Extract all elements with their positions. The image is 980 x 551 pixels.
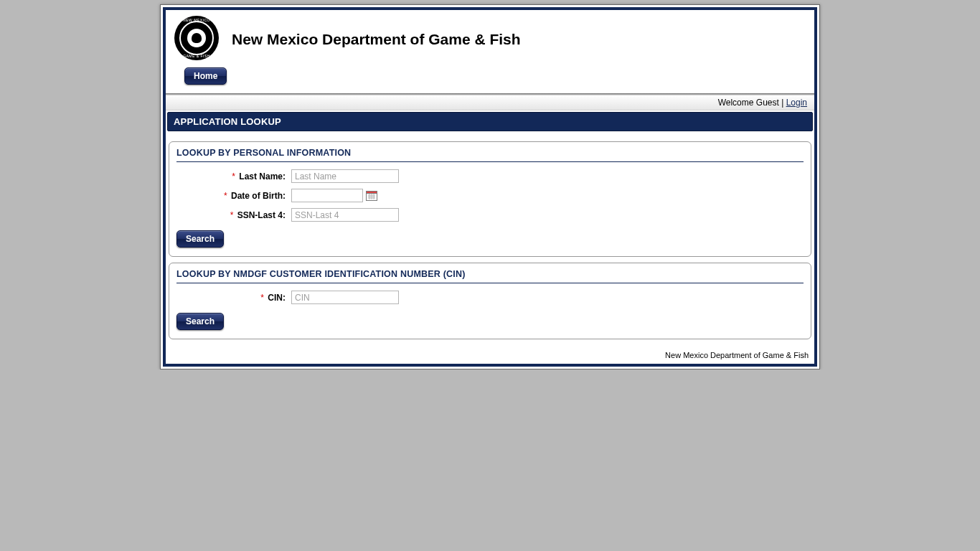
row-cin: * CIN: xyxy=(176,291,804,304)
header-top: NEW MEXICO GAME & FISH New Mexico Depart… xyxy=(174,16,806,60)
label-ssn-text: SSN-Last 4: xyxy=(237,210,286,220)
label-last-name: * Last Name: xyxy=(176,171,291,182)
panel-cin: LOOKUP BY NMDGF CUSTOMER IDENTIFICATION … xyxy=(169,263,811,339)
seal-text-top: NEW MEXICO xyxy=(174,18,219,22)
calendar-icon[interactable] xyxy=(366,190,377,201)
welcome-bar: Welcome Guest | Login xyxy=(166,95,814,110)
app-inner: NEW MEXICO GAME & FISH New Mexico Depart… xyxy=(163,7,817,367)
welcome-text: Welcome Guest xyxy=(718,98,779,108)
row-dob: * Date of Birth: xyxy=(176,189,804,202)
required-marker: * xyxy=(230,210,234,220)
label-dob-text: Date of Birth: xyxy=(231,191,286,201)
required-marker: * xyxy=(232,171,235,182)
ssn-input[interactable] xyxy=(291,208,399,222)
dob-input[interactable] xyxy=(291,189,363,202)
last-name-input[interactable] xyxy=(291,169,399,183)
panel-personal-info: LOOKUP BY PERSONAL INFORMATION * Last Na… xyxy=(169,141,811,257)
page-title: APPLICATION LOOKUP xyxy=(167,112,813,131)
label-ssn: * SSN-Last 4: xyxy=(176,210,291,220)
login-link[interactable]: Login xyxy=(786,98,807,108)
panel-area: LOOKUP BY PERSONAL INFORMATION * Last Na… xyxy=(166,133,814,347)
agency-seal-icon: NEW MEXICO GAME & FISH xyxy=(174,16,219,60)
navbar: Home xyxy=(174,67,806,85)
welcome-divider: | xyxy=(779,98,786,108)
footer-text: New Mexico Department of Game & Fish xyxy=(166,347,814,364)
search-personal-button[interactable]: Search xyxy=(176,230,224,248)
label-cin: * CIN: xyxy=(176,293,291,303)
home-button[interactable]: Home xyxy=(184,67,227,85)
cin-input[interactable] xyxy=(291,291,399,304)
required-marker: * xyxy=(260,293,264,303)
label-last-name-text: Last Name: xyxy=(239,171,286,182)
label-cin-text: CIN: xyxy=(268,293,286,303)
seal-text-bottom: GAME & FISH xyxy=(174,54,219,58)
header-title: New Mexico Department of Game & Fish xyxy=(232,28,521,48)
required-marker: * xyxy=(224,191,227,201)
row-ssn: * SSN-Last 4: xyxy=(176,208,804,222)
app-shell: NEW MEXICO GAME & FISH New Mexico Depart… xyxy=(160,4,820,369)
row-last-name: * Last Name: xyxy=(176,169,804,183)
header: NEW MEXICO GAME & FISH New Mexico Depart… xyxy=(166,10,814,92)
label-dob: * Date of Birth: xyxy=(176,191,291,201)
panel-personal-title: LOOKUP BY PERSONAL INFORMATION xyxy=(176,148,804,162)
panel-cin-title: LOOKUP BY NMDGF CUSTOMER IDENTIFICATION … xyxy=(176,269,804,283)
svg-rect-1 xyxy=(367,192,377,194)
search-cin-button[interactable]: Search xyxy=(176,313,224,330)
